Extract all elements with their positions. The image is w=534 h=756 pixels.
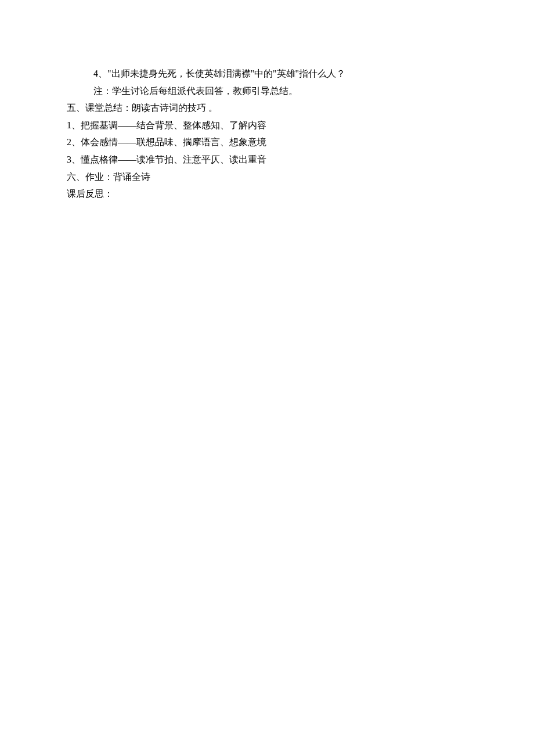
note-instruction: 注：学生讨论后每组派代表回答，教师引导总结。 bbox=[67, 82, 467, 100]
section-6-homework: 六、作业：背诵全诗 bbox=[67, 168, 467, 186]
point-3: 3、懂点格律——读准节拍、注意平仄、读出重音 bbox=[67, 151, 467, 168]
question-4: 4、"出师未捷身先死，长使英雄泪满襟"中的"英雄"指什么人？ bbox=[67, 65, 467, 82]
post-class-reflection: 课后反思： bbox=[67, 185, 467, 203]
point-1: 1、把握基调——结合背景、整体感知、了解内容 bbox=[67, 117, 467, 134]
point-2: 2、体会感情——联想品味、揣摩语言、想象意境 bbox=[67, 134, 467, 151]
section-5-summary: 五、课堂总结：朗读古诗词的技巧 。 bbox=[67, 99, 467, 117]
